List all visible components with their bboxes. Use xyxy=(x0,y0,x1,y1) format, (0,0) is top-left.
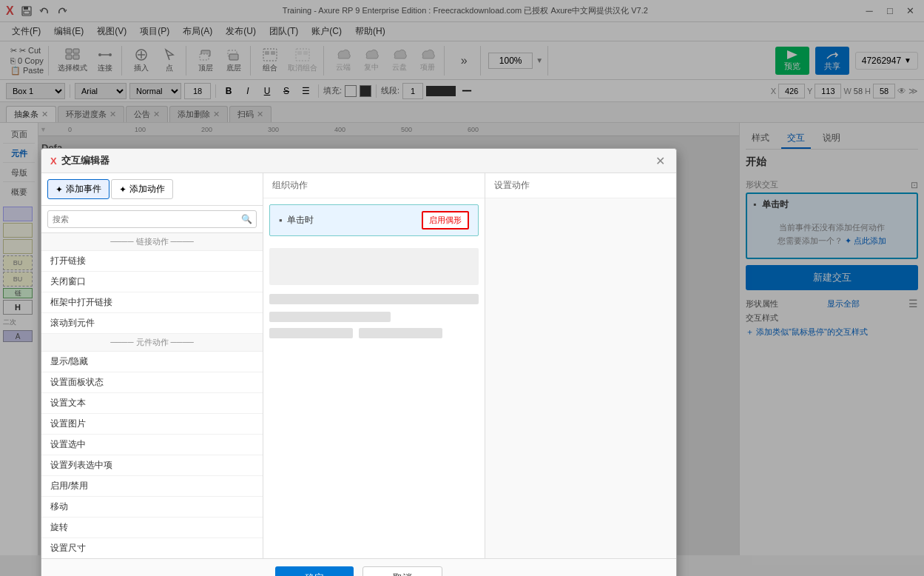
action-set-size[interactable]: 设置尺寸 xyxy=(41,538,263,555)
add-action-button[interactable]: ✦ 添加动作 xyxy=(111,179,173,199)
interaction-editor-modal: X 交互编辑器 ✕ ✦ 添加事件 ✦ 添加动作 xyxy=(41,148,677,555)
action-enable-disable[interactable]: 启用/禁用 xyxy=(41,476,263,497)
action-frame-link[interactable]: 框架中打开链接 xyxy=(41,292,263,313)
gray-line-1 xyxy=(269,294,479,304)
modal-body: ✦ 添加事件 ✦ 添加动作 🔍 ──── 链接动作 ──── xyxy=(41,173,676,555)
action-set-selected[interactable]: 设置选中 xyxy=(41,435,263,455)
plus-event-icon: ✦ xyxy=(55,184,63,195)
organize-actions-title: 组织动作 xyxy=(263,173,485,198)
gray-placeholder-1 xyxy=(269,248,479,285)
empty-right-panel xyxy=(485,198,676,555)
event-row-icon: ▪ xyxy=(279,215,283,226)
actions-scroll: ──── 链接动作 ──── 打开链接 关闭窗口 框架中打开链接 滚动到元件 ─… xyxy=(41,233,263,555)
modal-header: X 交互编辑器 ✕ xyxy=(41,149,676,173)
gray-line-2 xyxy=(269,312,391,322)
enable-shape-button[interactable]: 启用偶形 xyxy=(422,211,469,230)
action-set-text[interactable]: 设置文本 xyxy=(41,393,263,414)
modal-logo: X xyxy=(50,155,57,167)
action-scroll[interactable]: 滚动到元件 xyxy=(41,313,263,334)
action-show-hide[interactable]: 显示/隐藏 xyxy=(41,352,263,372)
gray-short-2 xyxy=(359,328,442,338)
gray-lines-row xyxy=(269,328,479,338)
event-label: 单击时 xyxy=(287,214,417,227)
link-actions-category: ──── 链接动作 ──── xyxy=(41,233,263,251)
plus-action-icon: ✦ xyxy=(119,184,127,195)
event-row: ▪ 单击时 启用偶形 xyxy=(269,204,479,236)
action-close-window[interactable]: 关闭窗口 xyxy=(41,272,263,292)
action-move[interactable]: 移动 xyxy=(41,497,263,518)
action-panel-state[interactable]: 设置面板状态 xyxy=(41,372,263,393)
widget-actions-category: ──── 元件动作 ──── xyxy=(41,334,263,352)
search-input[interactable] xyxy=(47,210,257,228)
modal-overlay: X 交互编辑器 ✕ ✦ 添加事件 ✦ 添加动作 xyxy=(0,0,924,555)
action-open-link[interactable]: 打开链接 xyxy=(41,251,263,272)
action-set-list-item[interactable]: 设置列表选中项 xyxy=(41,455,263,476)
modal-right-panel: 设置动作 xyxy=(485,173,676,555)
search-icon: 🔍 xyxy=(241,214,252,224)
modal-middle-panel: 组织动作 ▪ 单击时 启用偶形 xyxy=(263,173,485,555)
set-actions-title: 设置动作 xyxy=(485,173,676,198)
search-box: 🔍 xyxy=(41,206,263,233)
action-set-image[interactable]: 设置图片 xyxy=(41,414,263,435)
gray-short-1 xyxy=(269,328,353,338)
modal-title: X 交互编辑器 xyxy=(50,154,109,167)
modal-close-button[interactable]: ✕ xyxy=(652,153,667,168)
add-event-button[interactable]: ✦ 添加事件 xyxy=(47,179,109,199)
modal-left-panel: ✦ 添加事件 ✦ 添加动作 🔍 ──── 链接动作 ──── xyxy=(41,173,263,555)
action-rotate[interactable]: 旋转 xyxy=(41,518,263,538)
modal-left-header: ✦ 添加事件 ✦ 添加动作 xyxy=(41,173,263,206)
